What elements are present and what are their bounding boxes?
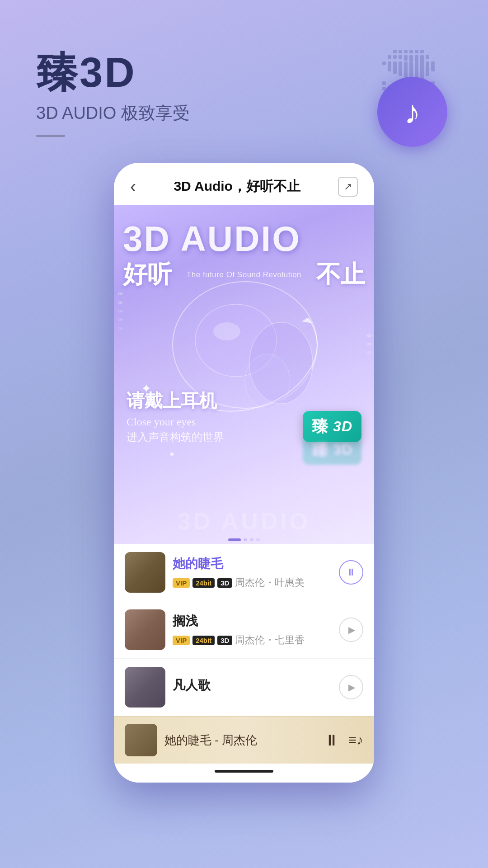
music-icon-container: ♪ <box>377 77 447 147</box>
svg-rect-23 <box>431 61 435 71</box>
song-3-album-art <box>125 667 165 708</box>
close-eyes-text: Close your eyes <box>127 416 224 428</box>
svg-rect-5 <box>420 50 424 53</box>
song-2-album-art <box>125 609 165 650</box>
badge-24bit-1: 24bit <box>192 578 215 588</box>
back-button[interactable]: ‹ <box>130 176 136 197</box>
banner-wear-headphones: 请戴上耳机 Close your eyes 进入声音构筑的世界 <box>127 388 224 444</box>
page-subtitle: 3D AUDIO 极致享受 <box>36 102 190 125</box>
svg-rect-14 <box>382 61 386 65</box>
svg-rect-17 <box>399 61 402 76</box>
svg-rect-18 <box>404 61 408 78</box>
svg-rect-10 <box>409 55 413 61</box>
svg-rect-16 <box>393 61 397 74</box>
badge-24bit-2: 24bit <box>192 636 215 645</box>
home-bar <box>215 770 273 773</box>
music-icon-bg: ♪ <box>377 77 447 147</box>
svg-rect-2 <box>404 50 408 53</box>
pause-icon: ⏸ <box>346 566 356 578</box>
right-arrow-indicators: »» »» »» <box>366 331 371 356</box>
zhen3d-badge-reflection: 臻 3D <box>303 434 361 465</box>
svg-rect-4 <box>415 50 418 53</box>
pause-control-button[interactable]: ⏸ <box>324 731 339 749</box>
playlist-control-button[interactable]: ≡♪ <box>348 732 363 748</box>
header-divider <box>36 135 65 137</box>
left-arrow-indicators: »» »» »» »» »» <box>117 290 122 331</box>
phone-header: ‹ 3D Audio，好听不止 ↗ <box>114 163 374 205</box>
song-3-play-button[interactable]: ▶ <box>339 675 363 699</box>
svg-rect-9 <box>404 55 408 61</box>
banner-area: 3D AUDIO 好听 The future Of Sound Revoluti… <box>114 205 374 544</box>
song-list: 她的睫毛 VIP 24bit 3D 周杰伦・叶惠美 ⏸ 搁浅 VIP <box>114 544 374 716</box>
svg-rect-22 <box>426 61 429 76</box>
arrow-row-4: »» <box>117 316 122 323</box>
svg-rect-8 <box>399 55 402 59</box>
song-item-2[interactable]: 搁浅 VIP 24bit 3D 周杰伦・七里香 ▶ <box>114 601 374 659</box>
song-3-title: 凡人歌 <box>173 677 332 694</box>
banner-watermark: 3D AUDIO <box>178 508 311 535</box>
page-title: 臻3D <box>36 50 190 95</box>
arrow-row-5: »» <box>117 324 122 331</box>
song-2-artist: 周杰伦・七里香 <box>235 633 305 647</box>
svg-rect-0 <box>393 50 397 53</box>
arrow-row-1: »» <box>117 290 122 297</box>
badge-3d-2: 3D <box>217 636 232 645</box>
phone-screen-title: 3D Audio，好听不止 <box>174 177 300 196</box>
arrow-row-2: »» <box>117 298 122 306</box>
badge-3d-1: 3D <box>217 578 232 588</box>
song-2-badges: VIP 24bit 3D 周杰伦・七里香 <box>173 633 332 647</box>
song-1-info: 她的睫毛 VIP 24bit 3D 周杰伦・叶惠美 <box>173 555 332 590</box>
enter-world-text: 进入声音构筑的世界 <box>127 430 224 444</box>
song-2-play-button[interactable]: ▶ <box>339 618 363 642</box>
svg-rect-11 <box>415 55 418 62</box>
song-1-badges: VIP 24bit 3D 周杰伦・叶惠美 <box>173 576 332 590</box>
svg-point-46 <box>213 322 240 340</box>
svg-rect-7 <box>393 55 397 59</box>
svg-rect-13 <box>426 55 429 59</box>
now-playing-album-art <box>125 724 157 756</box>
play-icon-3: ▶ <box>348 682 355 693</box>
song-3-info: 凡人歌 <box>173 677 332 698</box>
header-section: 臻3D 3D AUDIO 极致享受 <box>36 50 190 137</box>
song-1-album-art <box>125 552 165 593</box>
banner-3d-audio-text: 3D AUDIO <box>123 218 365 259</box>
arrow-row-3: »» <box>117 307 122 314</box>
svg-rect-3 <box>409 50 413 53</box>
share-button[interactable]: ↗ <box>338 177 358 197</box>
play-icon-2: ▶ <box>348 624 355 635</box>
song-1-title: 她的睫毛 <box>173 555 332 572</box>
zhen3d-3d-text: 3D <box>333 418 352 435</box>
song-2-title: 搁浅 <box>173 613 332 630</box>
banner-scroll-indicator <box>228 538 260 541</box>
badge-vip-1: VIP <box>173 578 190 588</box>
svg-point-45 <box>245 354 290 408</box>
song-2-info: 搁浅 VIP 24bit 3D 周杰伦・七里香 <box>173 613 332 647</box>
home-indicator <box>114 764 374 783</box>
song-1-pause-button[interactable]: ⏸ <box>339 560 363 585</box>
phone-mockup: ‹ 3D Audio，好听不止 ↗ 3D AUDIO 好听 The future… <box>114 163 374 783</box>
song-item-3[interactable]: 凡人歌 ▶ <box>114 659 374 716</box>
svg-rect-1 <box>399 50 402 53</box>
svg-rect-15 <box>388 61 391 71</box>
music-note-icon: ♪ <box>404 94 421 131</box>
badge-vip-2: VIP <box>173 636 190 645</box>
song-item-1[interactable]: 她的睫毛 VIP 24bit 3D 周杰伦・叶惠美 ⏸ <box>114 544 374 601</box>
song-1-artist: 周杰伦・叶惠美 <box>235 576 305 590</box>
now-playing-title: 她的睫毛 - 周杰伦 <box>164 732 317 748</box>
svg-rect-6 <box>388 55 391 59</box>
wear-text: 请戴上耳机 <box>127 388 224 413</box>
now-playing-bar: 她的睫毛 - 周杰伦 ⏸ ≡♪ <box>114 716 374 764</box>
sparkle-2: ✦ <box>168 449 176 460</box>
now-playing-controls: ⏸ ≡♪ <box>324 731 363 749</box>
